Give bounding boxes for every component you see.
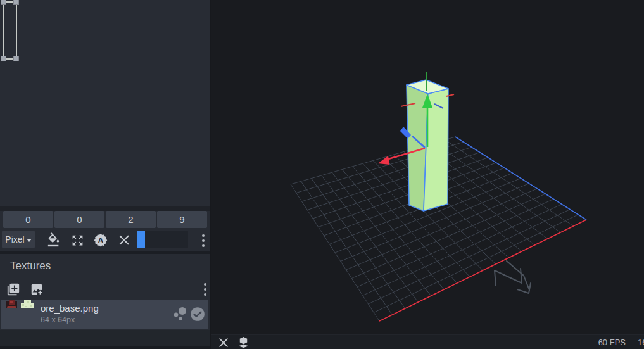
uv-handle-bottom-left[interactable] [1, 56, 6, 61]
particle-texture-icon [173, 305, 188, 324]
deselect-button[interactable] [217, 336, 230, 349]
paint-toolbar: Pixel A [0, 231, 210, 248]
textures-menu-button[interactable] [201, 283, 210, 296]
panel-bottom-edge [0, 346, 210, 349]
kebab-dot [202, 244, 205, 247]
uv-separator [0, 206, 210, 211]
element-on-ground-icon[interactable] [237, 336, 249, 349]
viewport-3d-canvas[interactable] [211, 0, 644, 334]
fit-view-button[interactable] [70, 232, 85, 248]
uv-mode-dropdown[interactable]: Pixel [2, 231, 35, 248]
uv-handle-bottom-right[interactable] [13, 56, 19, 61]
status-bar: 60 FPS 16 [211, 334, 644, 349]
expand-arrows-icon [71, 234, 84, 247]
uv-x-input[interactable] [3, 211, 53, 228]
texture-list-item[interactable]: ore_base.png 64 x 64px [1, 300, 208, 329]
svg-text:A: A [98, 236, 103, 244]
uv-handle-top-right[interactable] [13, 0, 19, 5]
uv-selection-rect[interactable] [3, 1, 17, 60]
viewport-3d[interactable] [211, 0, 644, 334]
texture-selected-check-icon [189, 306, 206, 322]
kebab-dot [204, 293, 206, 296]
letter-a-badge-icon: A [94, 233, 108, 247]
kebab-dot [204, 283, 206, 286]
close-icon [118, 234, 130, 246]
fill-bucket-icon [47, 232, 61, 248]
uv-mode-label: Pixel [5, 234, 24, 244]
grid-north-edge [455, 137, 586, 220]
uv-width-input[interactable] [106, 211, 156, 228]
uv-height-input[interactable] [157, 211, 207, 228]
blockbench-window: Pixel A [0, 0, 644, 349]
active-color-swatch[interactable] [137, 231, 145, 248]
kebab-dot [204, 288, 206, 291]
uv-paint-panel: Pixel A [0, 0, 211, 349]
uv-canvas[interactable] [0, 0, 210, 206]
clear-selection-button[interactable] [117, 232, 132, 248]
fill-bucket-button[interactable] [46, 232, 61, 248]
auto-badge-button[interactable]: A [93, 232, 108, 248]
texture-thumbnail [3, 300, 36, 329]
color-value-field[interactable] [145, 231, 188, 248]
texture-dimensions: 64 x 64px [41, 315, 75, 324]
panel-separator [0, 251, 210, 254]
kebab-dot [202, 234, 205, 237]
paint-menu-button[interactable] [199, 234, 208, 247]
textures-panel-title: Textures [10, 260, 51, 272]
texture-list-empty-area [0, 330, 210, 346]
clipped-stat: 16 [638, 338, 644, 347]
uv-y-input[interactable] [54, 211, 104, 228]
create-texture-button[interactable] [30, 282, 44, 296]
north-compass-indicator [495, 261, 531, 293]
add-to-library-icon [6, 282, 20, 296]
kebab-dot [202, 239, 205, 242]
chevron-down-icon [27, 239, 32, 242]
fps-counter: 60 FPS [598, 338, 626, 347]
import-texture-button[interactable] [6, 282, 20, 296]
add-image-icon [30, 282, 44, 296]
uv-handle-top-left[interactable] [1, 0, 6, 5]
texture-name: ore_base.png [41, 303, 99, 314]
